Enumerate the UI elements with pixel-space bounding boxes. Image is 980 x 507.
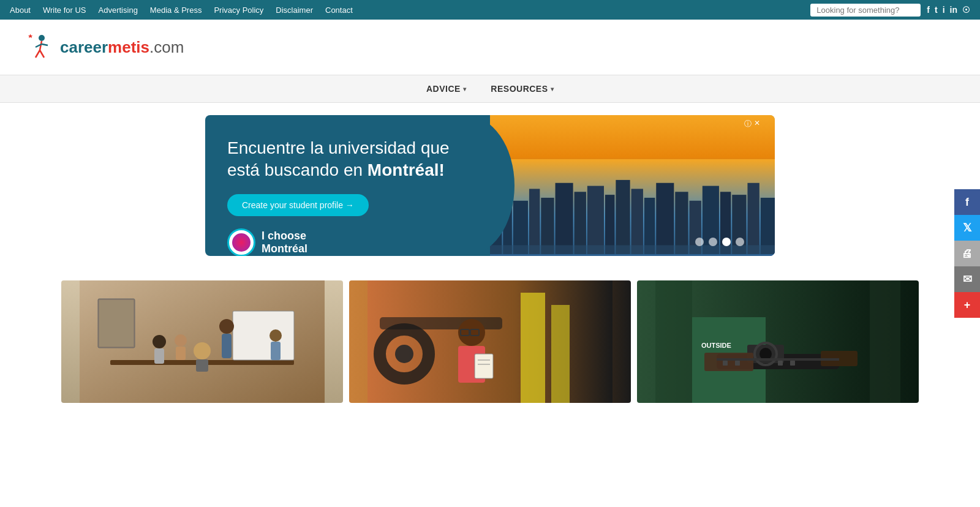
nav-write[interactable]: Write for US — [43, 6, 86, 15]
svg-marker-6 — [28, 34, 32, 39]
svg-rect-68 — [870, 280, 900, 403]
sidebar-more-button[interactable]: + — [954, 292, 980, 318]
nav-media[interactable]: Media & Press — [150, 6, 202, 15]
logo-wordmark: careermetis.com — [60, 38, 184, 57]
svg-point-48 — [458, 319, 485, 346]
top-social-icons: f t i in ☉ — [927, 5, 970, 15]
svg-rect-71 — [735, 361, 740, 366]
logo-area: careermetis.com — [0, 20, 980, 75]
svg-rect-13 — [556, 183, 573, 254]
ad-logo-circle — [227, 228, 255, 256]
svg-rect-20 — [656, 183, 674, 254]
svg-rect-18 — [631, 189, 643, 254]
top-nav-links: About Write for US Advertising Media & P… — [10, 6, 353, 15]
nav-about[interactable]: About — [10, 6, 31, 15]
svg-point-0 — [39, 35, 45, 41]
svg-rect-72 — [778, 361, 783, 366]
nav-advertising[interactable]: Advertising — [99, 6, 138, 15]
svg-rect-33 — [222, 334, 232, 358]
svg-line-2 — [36, 50, 40, 58]
sidebar-facebook-button[interactable]: f — [954, 189, 980, 215]
svg-rect-65 — [704, 353, 753, 371]
ad-dot-3[interactable] — [722, 238, 731, 246]
ad-right-panel: ⓘ ✕ — [490, 115, 775, 256]
ad-dot-2[interactable] — [709, 238, 717, 246]
top-linkedin-icon[interactable]: in — [950, 5, 957, 15]
resources-chevron-icon: ▾ — [551, 86, 554, 92]
svg-rect-41 — [176, 347, 186, 360]
nav-resources[interactable]: RESOURCES ▾ — [491, 84, 554, 94]
svg-rect-69 — [717, 358, 839, 361]
top-nav: About Write for US Advertising Media & P… — [0, 0, 980, 20]
svg-rect-21 — [675, 192, 688, 254]
svg-rect-70 — [723, 361, 728, 366]
search-input[interactable] — [810, 4, 921, 17]
ad-left-panel: Encuentre la universidad que está buscan… — [205, 115, 490, 256]
svg-rect-26 — [747, 183, 759, 254]
svg-rect-39 — [196, 359, 208, 372]
svg-rect-43 — [99, 300, 134, 347]
nav-advice[interactable]: ADVICE ▾ — [426, 84, 466, 94]
top-nav-right: f t i in ☉ — [810, 4, 970, 17]
svg-rect-67 — [655, 280, 692, 403]
top-twitter-icon[interactable]: t — [935, 5, 938, 15]
image-card-3[interactable]: OUTSIDE — [637, 280, 919, 403]
ad-dot-4[interactable] — [736, 238, 744, 246]
svg-rect-53 — [475, 354, 493, 378]
logo-icon — [24, 32, 55, 62]
svg-rect-31 — [233, 311, 294, 360]
svg-rect-45 — [521, 293, 545, 403]
logo[interactable]: careermetis.com — [24, 32, 184, 62]
city-skyline — [490, 115, 775, 256]
social-sidebar: f 𝕏 🖨 ✉ + — [954, 189, 980, 318]
svg-point-40 — [175, 334, 187, 347]
ad-dots — [695, 238, 744, 246]
main-nav-links: ADVICE ▾ RESOURCES ▾ — [426, 84, 554, 94]
ad-logo-inner — [232, 233, 251, 252]
advice-chevron-icon: ▾ — [463, 86, 467, 92]
top-rss-icon[interactable]: ☉ — [962, 5, 970, 15]
image-card-2[interactable] — [349, 280, 631, 403]
svg-point-38 — [194, 342, 211, 359]
sidebar-twitter-button[interactable]: 𝕏 — [954, 215, 980, 241]
sidebar-email-button[interactable]: ✉ — [954, 266, 980, 292]
nav-contact[interactable]: Contact — [325, 6, 353, 15]
svg-rect-15 — [587, 186, 604, 254]
factory-scene — [349, 280, 631, 403]
ad-info-area: ⓘ ✕ — [744, 119, 760, 129]
svg-rect-11 — [529, 189, 540, 254]
ad-container: Encuentre la universidad que está buscan… — [205, 115, 775, 256]
svg-rect-46 — [551, 305, 570, 403]
image-card-1[interactable] — [61, 280, 343, 403]
ad-logo-area: I chooseMontréal — [227, 228, 468, 256]
meeting-scene — [61, 280, 343, 403]
top-facebook-icon[interactable]: f — [927, 5, 930, 15]
ad-cta-button[interactable]: Create your student profile → — [227, 194, 369, 216]
svg-rect-37 — [154, 348, 164, 364]
svg-rect-28 — [490, 245, 775, 254]
nav-privacy[interactable]: Privacy Policy — [214, 6, 263, 15]
svg-rect-17 — [616, 180, 630, 254]
svg-point-34 — [270, 329, 282, 342]
ad-headline: Encuentre la universidad que está buscan… — [227, 137, 468, 182]
svg-rect-14 — [575, 192, 586, 254]
image-grid: OUTSIDE — [0, 262, 980, 403]
svg-rect-35 — [271, 342, 281, 360]
ad-dot-1[interactable] — [695, 238, 704, 246]
svg-point-36 — [153, 335, 166, 348]
ad-info-icon[interactable]: ⓘ — [744, 119, 752, 129]
svg-line-5 — [42, 44, 48, 45]
ad-banner: Encuentre la universidad que está buscan… — [0, 103, 980, 262]
firearms-scene: OUTSIDE — [637, 280, 919, 403]
nav-disclaimer[interactable]: Disclaimer — [276, 6, 313, 15]
ad-logo-text: I chooseMontréal — [262, 230, 307, 255]
svg-text:OUTSIDE: OUTSIDE — [701, 342, 731, 349]
svg-line-3 — [40, 50, 44, 58]
svg-point-32 — [219, 319, 234, 334]
top-instagram-icon[interactable]: i — [943, 5, 945, 15]
sidebar-print-button[interactable]: 🖨 — [954, 241, 980, 266]
main-nav: ADVICE ▾ RESOURCES ▾ — [0, 75, 980, 103]
svg-rect-73 — [790, 361, 795, 366]
ad-close-icon[interactable]: ✕ — [754, 119, 760, 129]
svg-point-57 — [395, 345, 413, 363]
